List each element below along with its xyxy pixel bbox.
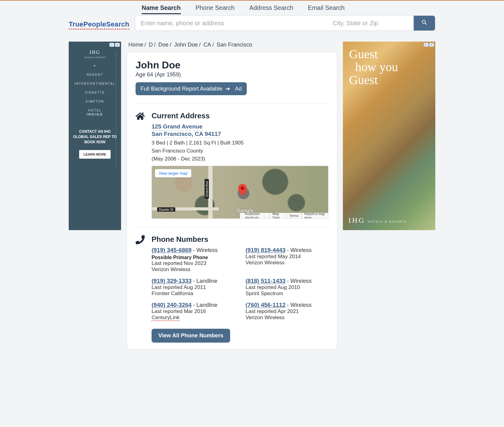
map-embed[interactable]: View larger map Grand Ave Duarte St Goog… xyxy=(152,166,328,219)
person-age: Age 64 (Apr 1959) xyxy=(136,71,328,78)
phone-entry: (919) 345-6869 - WirelessPossible Primar… xyxy=(152,247,234,273)
search-location-input[interactable] xyxy=(327,16,413,30)
tab-email-search[interactable]: Email Search xyxy=(308,4,345,14)
tab-address-search[interactable]: Address Search xyxy=(249,4,293,14)
background-report-button[interactable]: Full Background Report Available ➜ Ad xyxy=(136,82,247,95)
address-line2[interactable]: San Francisco, CA 94117 xyxy=(152,131,221,138)
phone-number-link[interactable]: (760) 456-1112 xyxy=(246,302,286,309)
address-specs: 3 Bed | 2 Bath | 2,161 Sq Ft | Built 190… xyxy=(152,140,328,146)
breadcrumb: Home/ D/ Doe/ John Doe/ CA/ San Francisc… xyxy=(128,42,337,48)
phone-number-link[interactable]: (940) 240-3264 xyxy=(152,302,192,309)
phone-number-link[interactable]: (818) 511-1433 xyxy=(246,278,286,285)
arrow-right-icon: ➜ xyxy=(226,85,230,92)
tab-name-search[interactable]: Name Search xyxy=(142,4,181,14)
search-name-input[interactable] xyxy=(135,16,327,30)
phone-number-link[interactable]: (919) 819-4443 xyxy=(246,247,286,254)
phone-number-link[interactable]: (919) 345-6869 xyxy=(152,247,192,254)
adchoices-icon: ▷✕ xyxy=(424,43,434,47)
tab-phone-search[interactable]: Phone Search xyxy=(196,4,235,14)
adchoices-icon: ▷✕ xyxy=(109,43,120,47)
view-larger-map[interactable]: View larger map xyxy=(155,169,191,177)
phone-entry: (818) 511-1433 - WirelessLast reported A… xyxy=(246,278,328,297)
address-line1[interactable]: 125 Grand Avenue xyxy=(152,123,202,131)
ad-right[interactable]: ▷✕ Guest how you Guest IHGHOTELS & RESOR… xyxy=(343,42,435,230)
ad-left[interactable]: ▷✕ IHG HOTELS & RESORTS ✦ REGENT INTERCO… xyxy=(69,42,121,230)
section-phone-numbers: Phone Numbers xyxy=(152,235,328,244)
search-button[interactable] xyxy=(413,16,435,30)
map-pin-icon xyxy=(238,184,247,196)
address-county: San Francisco County xyxy=(152,148,328,154)
section-current-address: Current Address xyxy=(152,112,328,120)
phone-icon xyxy=(136,235,146,343)
search-icon xyxy=(421,19,428,27)
person-name: John Doe xyxy=(136,59,328,71)
phone-number-link[interactable]: (919) 329-1333 xyxy=(152,278,192,285)
ad-left-learn-more[interactable]: LEARN MORE xyxy=(79,150,111,159)
svg-point-0 xyxy=(241,187,244,190)
address-dates: (May 2006 - Dec 2023) xyxy=(152,156,328,162)
phone-entry: (940) 240-3264 - LandlineLast reported M… xyxy=(152,302,234,321)
phone-entry: (919) 819-4443 - WirelessLast reported M… xyxy=(246,247,328,273)
site-logo[interactable]: TruePeopleSearch xyxy=(69,20,129,31)
home-icon xyxy=(136,112,146,219)
phone-entry: (919) 329-1333 - LandlineLast reported A… xyxy=(152,278,234,297)
phone-entry: (760) 456-1112 - WirelessLast reported A… xyxy=(246,302,328,321)
search-tabs: Name Search Phone Search Address Search … xyxy=(135,3,435,15)
view-all-phones-button[interactable]: View All Phone Numbers xyxy=(152,329,230,343)
